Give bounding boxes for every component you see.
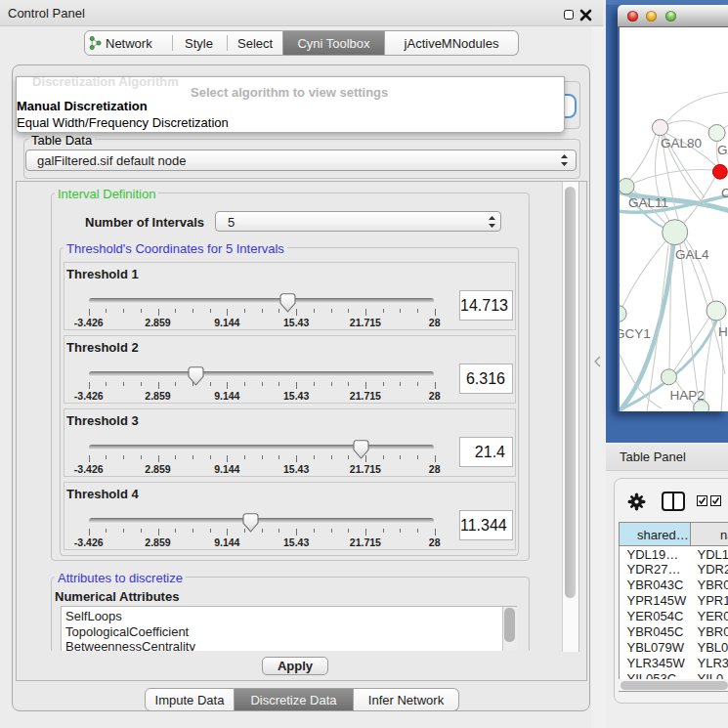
svg-text:GCY1: GCY1: [620, 326, 651, 341]
svg-text:GAL11: GAL11: [628, 195, 668, 210]
svg-text:GAL80: GAL80: [661, 136, 702, 150]
svg-text:C: C: [721, 186, 728, 200]
svg-text:H: H: [718, 324, 728, 339]
svg-text:HAP2: HAP2: [670, 388, 705, 403]
svg-text:GAL4: GAL4: [675, 247, 709, 262]
svg-text:GA: GA: [717, 143, 728, 157]
